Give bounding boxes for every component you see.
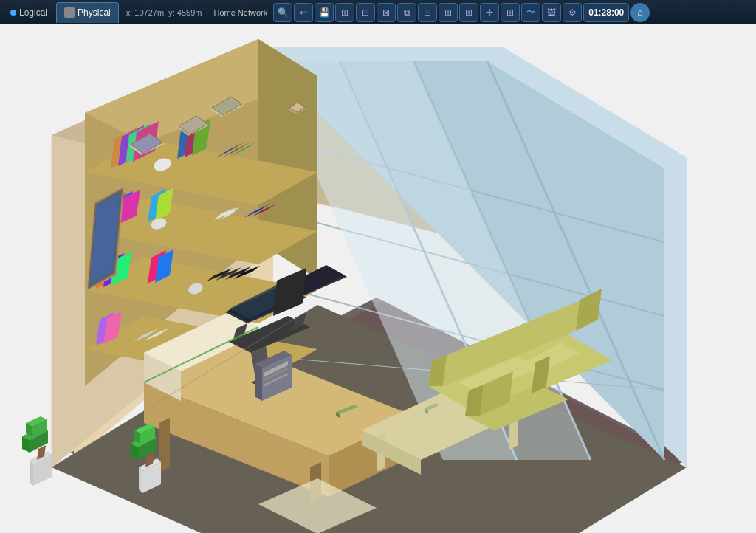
custom-button[interactable]: ⚙ [563,3,582,22]
wifi-button[interactable]: 〜 [521,3,540,22]
table-button[interactable]: ⊞ [439,3,458,22]
logical-tab[interactable]: Logical [3,2,55,23]
add-device-button[interactable]: ⊞ [335,3,354,22]
svg-marker-95 [255,364,262,401]
multiview-button[interactable]: ⊞ [501,3,520,22]
svg-marker-130 [139,467,142,493]
time-display: 01:28:00 [583,3,629,22]
undo-button[interactable]: ↩ [294,3,313,22]
layout-button[interactable]: ⊞ [459,3,478,22]
network-label: Home Network [209,8,272,17]
home-button[interactable]: ⌂ [630,3,650,22]
move-button[interactable]: ✛ [480,3,499,22]
physical-label: Physical [78,7,111,18]
grid-button[interactable]: ⊠ [377,3,396,22]
physical-tab[interactable]: Physical [56,2,119,23]
connect-button[interactable]: ⊟ [356,3,375,22]
save-button[interactable]: 💾 [315,3,334,22]
coordinates-display: x: 10727m, y: 4559m [120,8,208,17]
svg-marker-120 [30,460,33,486]
toolbar: Logical Physical x: 10727m, y: 4559m Hom… [0,0,756,24]
physical-icon [64,7,75,18]
copy-button[interactable]: ⧉ [397,3,416,22]
logical-dot [10,10,16,16]
room-svg [0,24,756,533]
main-viewport[interactable] [0,24,756,533]
photo-button[interactable]: 🖼 [542,3,561,22]
logical-label: Logical [19,7,47,18]
delete-button[interactable]: ⊟ [418,3,437,22]
camera-button[interactable]: 🔍 [273,3,292,22]
